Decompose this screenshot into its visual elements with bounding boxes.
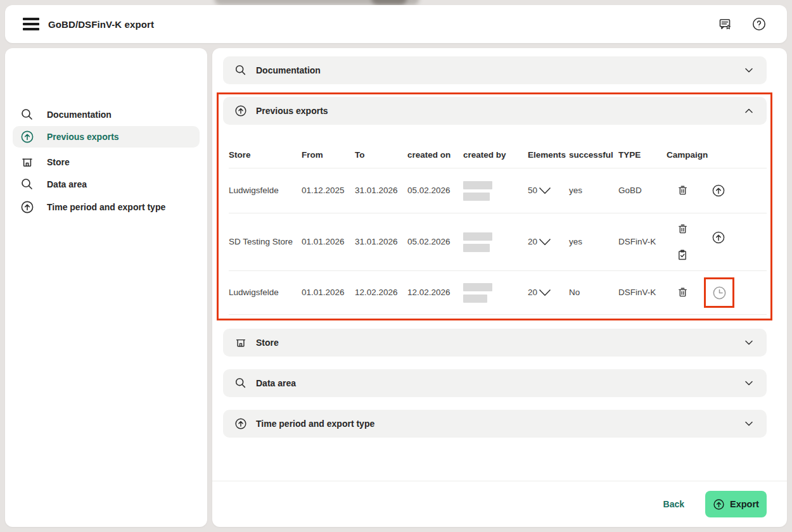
table-row: Ludwigsfelde 01.12.2025 31.01.2026 05.02… [229, 168, 767, 213]
chevron-up-icon [744, 106, 754, 116]
feedback-icon[interactable] [717, 16, 732, 32]
cell-created-on: 12.02.2026 [407, 287, 463, 299]
highlight-box [704, 277, 734, 308]
cell-type: DSFinV-K [618, 287, 667, 299]
sidebar-item-label: Documentation [47, 110, 112, 120]
expand-chevron-icon[interactable] [539, 289, 551, 296]
column-header-created-by: created by [463, 149, 528, 162]
upload-icon [713, 498, 725, 510]
cell-type: DSFinV-K [618, 236, 667, 248]
cell-created-by-redacted [463, 232, 528, 252]
column-header-type: TYPE [618, 149, 667, 162]
sidebar-item-documentation[interactable]: Documentation [13, 104, 200, 125]
column-header-store: Store [229, 149, 302, 162]
menu-icon[interactable] [23, 15, 42, 34]
export-button-label: Export [730, 499, 759, 509]
accordion-label: Documentation [256, 65, 321, 75]
page-title: GoBD/DSFinV-K export [48, 19, 154, 30]
cell-from: 01.01.2026 [302, 287, 355, 299]
top-bar: GoBD/DSFinV-K export [5, 5, 787, 43]
search-icon [234, 64, 247, 77]
upload-icon [234, 417, 247, 430]
accordion-store[interactable]: Store [223, 329, 767, 357]
cell-created-by-redacted [463, 283, 528, 303]
accordion-data-area[interactable]: Data area [223, 369, 767, 397]
sidebar-item-store[interactable]: Store [13, 151, 200, 173]
upload-icon [20, 130, 34, 144]
sidebar-item-label: Store [47, 157, 70, 167]
cell-to: 31.01.2026 [355, 185, 407, 197]
chevron-down-icon [744, 378, 754, 388]
sidebar-item-data-area[interactable]: Data area [13, 174, 200, 195]
cell-from: 01.01.2026 [302, 236, 355, 248]
cell-campaign [667, 184, 767, 198]
export-button[interactable]: Export [705, 491, 767, 517]
chevron-down-icon [744, 419, 754, 429]
table-row: Ludwigsfelde 01.01.2026 12.02.2026 12.02… [229, 271, 767, 315]
cell-campaign [667, 222, 767, 262]
column-header-successful: successful [569, 149, 618, 162]
delete-icon[interactable] [676, 222, 689, 237]
cell-successful: yes [569, 236, 618, 248]
chevron-down-icon [744, 65, 754, 75]
upload-icon [20, 200, 34, 214]
page: GoBD/DSFinV-K export [0, 0, 792, 532]
cell-to: 31.01.2026 [355, 236, 407, 248]
accordion-label: Previous exports [256, 106, 328, 116]
expand-chevron-icon[interactable] [539, 187, 551, 194]
elements-count: 50 [528, 185, 537, 197]
cell-store: Ludwigsfelde [229, 287, 302, 299]
previous-exports-table: Store From To created on created by Elem… [229, 142, 767, 315]
cell-created-on: 05.02.2026 [407, 236, 463, 248]
cell-store: SD Testing Store [229, 236, 302, 248]
cell-successful: yes [569, 185, 618, 197]
export-upload-icon[interactable] [712, 184, 725, 198]
sidebar-item-previous-exports[interactable]: Previous exports [13, 126, 200, 148]
chevron-down-icon [744, 338, 754, 348]
table-header-row: Store From To created on created by Elem… [229, 142, 767, 168]
cell-from: 01.12.2025 [302, 185, 355, 197]
accordion-documentation[interactable]: Documentation [223, 56, 767, 84]
export-upload-icon[interactable] [712, 231, 725, 244]
topbar-actions [717, 16, 767, 32]
cell-created-on: 05.02.2026 [407, 185, 463, 197]
elements-count: 20 [528, 287, 537, 299]
help-icon[interactable] [751, 16, 767, 32]
column-header-campaign: Campaign [667, 149, 767, 162]
cell-to: 12.02.2026 [355, 287, 407, 299]
column-header-to: To [355, 149, 407, 162]
sidebar-item-label: Time period and export type [47, 202, 165, 212]
table-row: SD Testing Store 01.01.2026 31.01.2026 0… [229, 213, 767, 271]
top-shadow-decoration-dark [371, 0, 407, 5]
column-header-elements: Elements [528, 149, 569, 162]
accordion-label: Store [256, 338, 279, 348]
column-header-from: From [302, 149, 355, 162]
sidebar-item-label: Previous exports [47, 132, 119, 142]
store-icon [234, 336, 247, 349]
delete-icon[interactable] [676, 286, 689, 300]
cell-elements: 50 [528, 185, 569, 197]
sidebar: Documentation Previous exports Store [5, 48, 207, 527]
campaign-check-icon[interactable] [675, 248, 689, 262]
store-icon [20, 155, 34, 169]
upload-icon [234, 104, 247, 117]
main-panel: Documentation Previous exports Store F [212, 48, 787, 527]
cell-created-by-redacted [463, 181, 528, 201]
cell-elements: 20 [528, 236, 569, 248]
search-icon [20, 177, 34, 191]
search-icon [234, 377, 247, 390]
accordion-label: Time period and export type [256, 419, 374, 429]
cell-type: GoBD [618, 185, 667, 197]
back-button[interactable]: Back [663, 499, 684, 509]
expand-chevron-icon[interactable] [539, 238, 551, 246]
sidebar-item-time-period[interactable]: Time period and export type [13, 196, 200, 218]
pending-clock-icon[interactable] [712, 285, 727, 301]
elements-count: 20 [528, 236, 537, 248]
accordion-previous-exports[interactable]: Previous exports [223, 97, 767, 125]
search-icon [20, 108, 34, 122]
cell-elements: 20 [528, 287, 569, 299]
accordion-time-period[interactable]: Time period and export type [223, 410, 767, 438]
delete-icon[interactable] [676, 184, 689, 198]
cell-successful: No [569, 287, 618, 299]
cell-campaign [667, 277, 767, 308]
